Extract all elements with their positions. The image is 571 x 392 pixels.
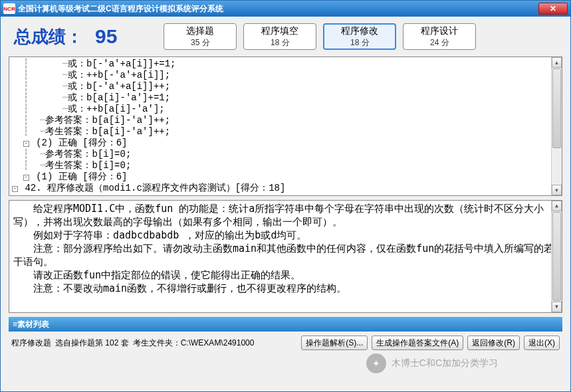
tree-text: (1) 正确 [得分：6]: [36, 171, 127, 182]
description-paragraph: 注意：部分源程序给出如下。请勿改动主函数main和其他函数中的任何内容，仅在函数…: [13, 242, 558, 268]
category-name: 程序填空: [261, 25, 298, 37]
material-list-bar[interactable]: ≡素材列表: [9, 317, 562, 332]
tree-text: 或：b[a[i]-'a']+=1;: [68, 92, 170, 103]
tree-toggle-icon[interactable]: -: [23, 141, 29, 147]
tree-row[interactable]: ┆ ┈或：b[a[i]-'a']+=1;: [12, 92, 559, 104]
tree-text: (2) 正确 [得分：6]: [36, 138, 127, 148]
tree-text: 考生答案：b[i]=0;: [45, 160, 131, 171]
tree-row[interactable]: ┆ ┈参考答案：b[a[i]-'a']++;: [12, 115, 559, 126]
desc-scrollbar[interactable]: ▲ ▼: [551, 201, 562, 312]
description-paragraph: 给定程序MODI1.C中，函数fun 的功能是：统计a所指字符串中每个字母在字符…: [13, 202, 558, 229]
description-paragraph: 请改正函数fun中指定部位的错误，使它能得出正确的结果。: [13, 268, 558, 282]
scroll-up-icon[interactable]: ▲: [552, 201, 562, 211]
category-score: 35 分: [191, 37, 210, 49]
status-bar: 程序修改题 选自操作题第 102 套 考生文件夹：C:\WEXAM\249100…: [9, 332, 562, 351]
description-pane[interactable]: 给定程序MODI1.C中，函数fun 的功能是：统计a所指字符串中每个字母在字符…: [9, 200, 562, 313]
scroll-down-icon[interactable]: ▼: [552, 302, 562, 312]
status-category: 程序修改题: [11, 338, 51, 349]
tree-row[interactable]: ┆ ┈参考答案：b[i]=0;: [12, 149, 559, 160]
scroll-down-icon[interactable]: ▼: [552, 185, 562, 195]
tree-scrollbar[interactable]: ▲ ▼: [551, 57, 562, 195]
tree-row[interactable]: ┆ ┈或：++b[a[i]-'a'];: [12, 104, 559, 115]
category-modify-button[interactable]: 程序修改 18 分: [323, 23, 396, 50]
tree-row[interactable]: - (2) 正确 [得分：6]: [12, 138, 559, 149]
tree-text: 或：b[-'a'+a[i]]+=1;: [68, 58, 175, 69]
description-paragraph: 注意：不要改动main函数，不得增行或删行，也不得更改程序的结构。: [13, 282, 558, 295]
tree-text: 考生答案：b[a[i]-'a']++;: [45, 126, 170, 137]
tree-row[interactable]: ┆ ┈考生答案：b[a[i]-'a']++;: [12, 126, 559, 138]
category-name: 程序设计: [421, 25, 458, 37]
tree-text: 42. 程序修改题（modi1.c源程序文件内容测试）[得分：18]: [25, 183, 285, 193]
tree-text: 参考答案：b[i]=0;: [45, 149, 131, 159]
close-icon: ✕: [550, 4, 556, 13]
tree-row[interactable]: ┆ ┈或：b[-'a'+a[i]]+=1;: [12, 58, 559, 70]
description-paragraph: 例如对于字符串：dadbcdbabdb ，对应的输出为b或d均可。: [13, 229, 558, 242]
parse-button[interactable]: 操作题解析(S)...: [301, 336, 368, 350]
window-title: 全国计算机等级考试二级C语言程序设计模拟系统评分系统: [18, 3, 538, 15]
category-name: 选择题: [186, 25, 214, 37]
generate-answers-button[interactable]: 生成操作题答案文件(A): [372, 336, 463, 350]
tree-text: 或：++b[a[i]-'a'];: [68, 104, 165, 114]
scroll-thumb[interactable]: [552, 68, 561, 148]
tree-row[interactable]: - 42. 程序修改题（modi1.c源程序文件内容测试）[得分：18]: [12, 183, 559, 194]
scroll-up-icon[interactable]: ▲: [552, 57, 562, 68]
app-logo: NCR: [3, 3, 15, 14]
exit-button[interactable]: 退出(X): [524, 336, 560, 350]
category-score: 24 分: [430, 37, 449, 49]
tree-row[interactable]: ┆ ┈考生答案：b[i]=0;: [12, 160, 559, 171]
score-row: 总成绩： 95 选择题 35 分 程序填空 18 分 程序修改 18 分 程序设…: [9, 22, 562, 56]
score-label: 总成绩：: [14, 25, 83, 49]
tree-row[interactable]: - (1) 正确 [得分：6]: [12, 171, 559, 183]
tree-row[interactable]: ┆ ┈或：b[-'a'+a[i]]++;: [12, 81, 559, 92]
tree-text: 参考答案：b[a[i]-'a']++;: [45, 115, 170, 126]
tree-toggle-icon[interactable]: -: [12, 186, 18, 192]
tree-text: 或：++b[-'a'+a[i]];: [68, 70, 170, 80]
tree-toggle-icon[interactable]: -: [23, 175, 29, 181]
category-design-button[interactable]: 程序设计 24 分: [403, 23, 476, 50]
close-button[interactable]: ✕: [538, 3, 568, 15]
category-score: 18 分: [350, 37, 370, 49]
titlebar: NCR 全国计算机等级考试二级C语言程序设计模拟系统评分系统 ✕: [1, 1, 570, 17]
status-folder: 考生文件夹：C:\WEXAM\2491000: [133, 338, 255, 349]
category-name: 程序修改: [341, 25, 378, 37]
answer-tree-pane[interactable]: ┆ ┈或：b[-'a'+a[i]]+=1; ┆ ┈或：++b[-'a'+a[i]…: [9, 56, 562, 196]
tree-text: 或：b[-'a'+a[i]]++;: [68, 81, 170, 92]
category-fill-button[interactable]: 程序填空 18 分: [243, 23, 316, 50]
scroll-thumb[interactable]: [552, 212, 561, 301]
tree-row[interactable]: ┆ ┈或：++b[-'a'+a[i]];: [12, 70, 559, 81]
category-choice-button[interactable]: 选择题 35 分: [164, 23, 237, 50]
back-button[interactable]: 返回修改(R): [467, 336, 520, 350]
category-score: 18 分: [271, 37, 290, 49]
score-value: 95: [95, 25, 117, 48]
status-set: 选自操作题第 102 套: [55, 338, 129, 349]
